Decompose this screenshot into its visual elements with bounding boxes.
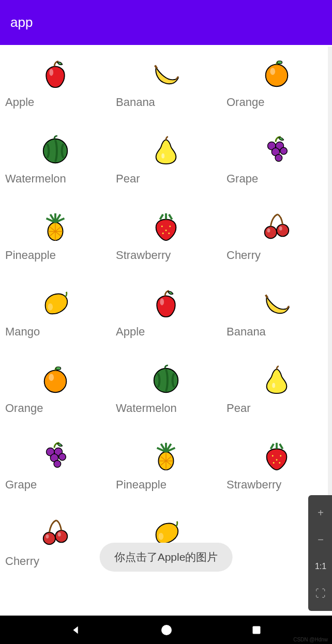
grid-item[interactable]: Orange [221,49,332,126]
grid-item[interactable]: Pear [221,355,332,432]
strawberry-icon[interactable] [150,210,182,242]
fruit-label: Cherry [3,555,108,568]
svg-point-44 [161,625,172,635]
svg-point-43 [158,533,163,540]
svg-point-20 [279,226,282,231]
fruit-label: Watermelon [3,172,108,186]
svg-point-2 [270,68,275,75]
svg-point-42 [58,532,61,536]
svg-point-10 [275,155,282,162]
fullscreen-button[interactable]: ⛶ [308,580,332,607]
grid-item[interactable]: Watermelon [111,355,221,432]
android-nav-bar [0,616,332,644]
zoom-panel: + − 1:1 ⛶ [308,495,332,611]
pear-icon[interactable] [261,363,293,395]
grid-item[interactable]: Mango [0,279,111,355]
banana-icon[interactable] [150,57,182,89]
pineapple-icon[interactable] [39,210,71,242]
svg-point-9 [280,147,288,155]
fruit-label: Pear [224,402,329,415]
svg-point-37 [273,462,275,464]
fruit-label: Orange [3,402,108,415]
fruit-label: Banana [224,325,329,339]
app-title: app [10,14,33,30]
svg-point-31 [59,453,66,461]
apple-icon[interactable] [39,57,71,89]
fruit-label: Apple [3,96,108,109]
mango-icon[interactable] [39,287,71,319]
grid-item[interactable]: Cherry [0,508,111,585]
svg-point-18 [277,224,289,236]
fruit-label: Grape [3,478,108,492]
zoom-out-button[interactable]: − [308,526,332,553]
svg-point-1 [266,65,288,87]
grid-item[interactable]: Apple [0,49,111,126]
svg-point-32 [54,461,61,468]
svg-point-17 [265,226,277,238]
fruit-label: Watermelon [114,402,218,415]
svg-point-0 [49,69,53,76]
grape-icon[interactable] [261,134,293,166]
grape-icon[interactable] [39,440,71,472]
grid-item[interactable]: Grape [221,126,332,202]
grid-item[interactable]: Strawberry [111,202,221,279]
fruit-label: Pear [114,172,218,186]
strawberry-icon[interactable] [261,440,293,472]
nav-recent-icon[interactable] [251,625,262,635]
svg-point-23 [44,371,67,393]
watermark: CSDN @Hdnw [293,637,328,642]
svg-point-34 [272,455,274,457]
svg-point-38 [279,462,280,464]
svg-point-35 [280,455,281,457]
apple-icon[interactable] [150,287,182,319]
svg-point-13 [169,226,171,227]
grid-item[interactable]: Banana [111,49,221,126]
orange-icon[interactable] [39,363,71,395]
zoom-in-button[interactable]: + [308,499,332,526]
svg-point-39 [43,532,55,544]
svg-point-15 [162,233,164,234]
app-bar: app [0,0,332,45]
banana-icon[interactable] [261,287,293,319]
grid-item[interactable]: Banana [221,279,332,355]
nav-home-icon[interactable] [160,624,173,636]
fruit-label: Cherry [224,249,329,262]
zoom-ratio-button[interactable]: 1:1 [308,553,332,580]
svg-point-16 [168,233,170,234]
grid-item[interactable]: Watermelon [0,126,111,202]
grid-item[interactable]: Orange [0,355,111,432]
fruit-label: Strawberry [224,478,329,492]
cherry-icon[interactable] [261,210,293,242]
grid-item[interactable]: Grape [0,432,111,508]
nav-back-icon[interactable] [70,624,82,636]
grid-item[interactable]: Apple [111,279,221,355]
pear-icon[interactable] [150,134,182,166]
fruit-label: Pineapple [114,478,218,492]
watermelon-icon[interactable] [150,363,182,395]
svg-point-14 [165,229,167,231]
fruit-label: Orange [224,96,329,109]
svg-point-24 [49,374,54,381]
svg-point-40 [55,530,67,542]
toast-text: 你点击了Apple的图片 [114,551,218,563]
fruit-label: Grape [224,172,329,186]
svg-rect-45 [253,626,261,634]
cherry-icon[interactable] [39,516,71,548]
svg-point-25 [56,367,61,370]
grid-item[interactable]: Cherry [221,202,332,279]
svg-point-36 [276,459,278,461]
grid-item[interactable]: Pear [111,126,221,202]
svg-point-21 [48,303,53,311]
grid-item[interactable]: Pineapple [111,432,221,508]
fruit-label: Banana [114,96,218,109]
fruit-label: Strawberry [114,249,218,262]
watermelon-icon[interactable] [39,134,71,166]
fruit-grid: AppleBananaOrangeWatermelonPearGrapePine… [0,45,332,589]
grid-item[interactable]: Pineapple [0,202,111,279]
svg-point-19 [267,228,270,233]
svg-point-3 [277,61,282,64]
orange-icon[interactable] [261,57,293,89]
toast: 你点击了Apple的图片 [100,543,233,572]
pineapple-icon[interactable] [150,440,182,472]
svg-point-5 [161,154,164,159]
